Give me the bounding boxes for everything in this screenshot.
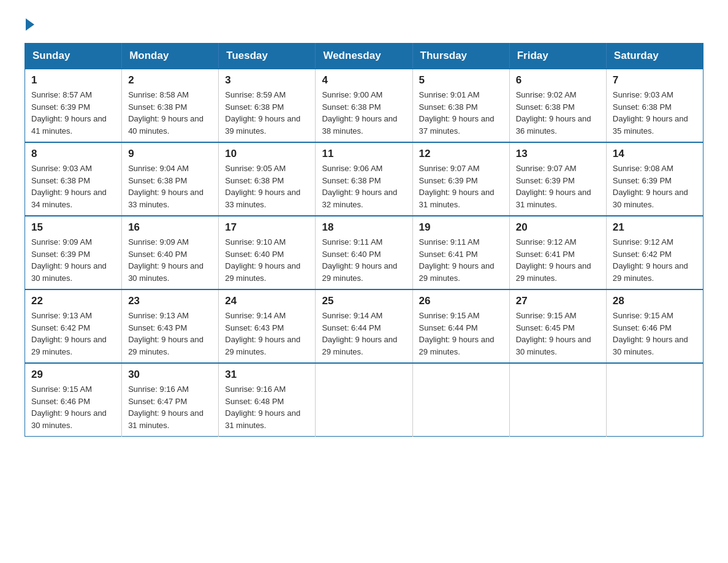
day-number: 20 xyxy=(516,221,600,234)
calendar-cell: 12 Sunrise: 9:07 AMSunset: 6:39 PMDaylig… xyxy=(412,142,509,216)
day-number: 29 xyxy=(31,369,115,381)
calendar-cell xyxy=(412,363,509,437)
calendar-cell: 18 Sunrise: 9:11 AMSunset: 6:40 PMDaylig… xyxy=(316,216,412,289)
day-number: 3 xyxy=(225,74,309,86)
calendar-cell: 5 Sunrise: 9:01 AMSunset: 6:38 PMDayligh… xyxy=(412,69,509,142)
calendar-cell: 20 Sunrise: 9:12 AMSunset: 6:41 PMDaylig… xyxy=(509,216,606,289)
day-info: Sunrise: 9:16 AMSunset: 6:48 PMDaylight:… xyxy=(225,385,300,430)
calendar-cell: 17 Sunrise: 9:10 AMSunset: 6:40 PMDaylig… xyxy=(219,216,316,289)
day-info: Sunrise: 9:12 AMSunset: 6:41 PMDaylight:… xyxy=(516,237,591,283)
calendar-cell: 10 Sunrise: 9:05 AMSunset: 6:38 PMDaylig… xyxy=(219,142,316,216)
calendar-cell: 3 Sunrise: 8:59 AMSunset: 6:38 PMDayligh… xyxy=(219,69,316,142)
day-info: Sunrise: 9:02 AMSunset: 6:38 PMDaylight:… xyxy=(516,90,591,136)
calendar-cell: 14 Sunrise: 9:08 AMSunset: 6:39 PMDaylig… xyxy=(606,142,703,216)
calendar-week-1: 1 Sunrise: 8:57 AMSunset: 6:39 PMDayligh… xyxy=(25,69,703,142)
calendar-cell: 24 Sunrise: 9:14 AMSunset: 6:43 PMDaylig… xyxy=(219,289,316,363)
day-number: 28 xyxy=(613,295,697,307)
day-number: 21 xyxy=(613,221,697,234)
day-number: 13 xyxy=(516,148,600,160)
day-info: Sunrise: 9:14 AMSunset: 6:44 PMDaylight:… xyxy=(322,311,397,356)
logo xyxy=(25,18,36,31)
day-of-week-tuesday: Tuesday xyxy=(219,44,316,69)
calendar-cell: 21 Sunrise: 9:12 AMSunset: 6:42 PMDaylig… xyxy=(606,216,703,289)
day-info: Sunrise: 9:06 AMSunset: 6:38 PMDaylight:… xyxy=(322,164,397,209)
day-info: Sunrise: 9:10 AMSunset: 6:40 PMDaylight:… xyxy=(225,237,300,283)
day-number: 12 xyxy=(419,148,503,160)
day-of-week-sunday: Sunday xyxy=(25,44,122,69)
day-info: Sunrise: 9:04 AMSunset: 6:38 PMDaylight:… xyxy=(128,164,203,209)
day-of-week-wednesday: Wednesday xyxy=(316,44,412,69)
day-info: Sunrise: 9:11 AMSunset: 6:41 PMDaylight:… xyxy=(419,237,495,283)
calendar-cell xyxy=(509,363,606,437)
calendar-cell: 28 Sunrise: 9:15 AMSunset: 6:46 PMDaylig… xyxy=(606,289,703,363)
calendar-cell: 8 Sunrise: 9:03 AMSunset: 6:38 PMDayligh… xyxy=(25,142,122,216)
day-info: Sunrise: 9:03 AMSunset: 6:38 PMDaylight:… xyxy=(31,164,107,209)
day-info: Sunrise: 9:09 AMSunset: 6:40 PMDaylight:… xyxy=(128,237,203,283)
day-info: Sunrise: 9:15 AMSunset: 6:46 PMDaylight:… xyxy=(31,385,107,430)
calendar-week-2: 8 Sunrise: 9:03 AMSunset: 6:38 PMDayligh… xyxy=(25,142,703,216)
calendar-cell: 31 Sunrise: 9:16 AMSunset: 6:48 PMDaylig… xyxy=(219,363,316,437)
day-info: Sunrise: 8:59 AMSunset: 6:38 PMDaylight:… xyxy=(225,90,300,136)
calendar-cell: 11 Sunrise: 9:06 AMSunset: 6:38 PMDaylig… xyxy=(316,142,412,216)
calendar-body: 1 Sunrise: 8:57 AMSunset: 6:39 PMDayligh… xyxy=(25,69,703,437)
calendar-cell: 15 Sunrise: 9:09 AMSunset: 6:39 PMDaylig… xyxy=(25,216,122,289)
calendar-table: SundayMondayTuesdayWednesdayThursdayFrid… xyxy=(25,43,703,437)
calendar-cell: 16 Sunrise: 9:09 AMSunset: 6:40 PMDaylig… xyxy=(122,216,219,289)
day-info: Sunrise: 9:13 AMSunset: 6:42 PMDaylight:… xyxy=(31,311,107,356)
day-of-week-saturday: Saturday xyxy=(606,44,703,69)
day-number: 15 xyxy=(31,221,115,234)
day-number: 4 xyxy=(322,74,406,86)
day-number: 8 xyxy=(31,148,115,160)
day-number: 25 xyxy=(322,295,406,307)
calendar-cell: 4 Sunrise: 9:00 AMSunset: 6:38 PMDayligh… xyxy=(316,69,412,142)
day-number: 23 xyxy=(128,295,212,307)
day-info: Sunrise: 9:08 AMSunset: 6:39 PMDaylight:… xyxy=(613,164,688,209)
calendar-cell: 6 Sunrise: 9:02 AMSunset: 6:38 PMDayligh… xyxy=(509,69,606,142)
day-info: Sunrise: 9:03 AMSunset: 6:38 PMDaylight:… xyxy=(613,90,688,136)
day-number: 9 xyxy=(128,148,212,160)
calendar-cell: 27 Sunrise: 9:15 AMSunset: 6:45 PMDaylig… xyxy=(509,289,606,363)
day-number: 11 xyxy=(322,148,406,160)
day-number: 10 xyxy=(225,148,309,160)
day-info: Sunrise: 9:07 AMSunset: 6:39 PMDaylight:… xyxy=(419,164,495,209)
day-number: 6 xyxy=(516,74,600,86)
day-number: 24 xyxy=(225,295,309,307)
calendar-cell: 25 Sunrise: 9:14 AMSunset: 6:44 PMDaylig… xyxy=(316,289,412,363)
day-number: 27 xyxy=(516,295,600,307)
day-info: Sunrise: 9:15 AMSunset: 6:44 PMDaylight:… xyxy=(419,311,495,356)
calendar-cell: 13 Sunrise: 9:07 AMSunset: 6:39 PMDaylig… xyxy=(509,142,606,216)
day-number: 17 xyxy=(225,221,309,234)
day-of-week-monday: Monday xyxy=(122,44,219,69)
days-of-week-row: SundayMondayTuesdayWednesdayThursdayFrid… xyxy=(25,44,703,69)
day-number: 1 xyxy=(31,74,115,86)
day-info: Sunrise: 9:11 AMSunset: 6:40 PMDaylight:… xyxy=(322,237,397,283)
calendar-week-3: 15 Sunrise: 9:09 AMSunset: 6:39 PMDaylig… xyxy=(25,216,703,289)
day-number: 14 xyxy=(613,148,697,160)
day-number: 22 xyxy=(31,295,115,307)
day-info: Sunrise: 9:00 AMSunset: 6:38 PMDaylight:… xyxy=(322,90,397,136)
day-info: Sunrise: 8:58 AMSunset: 6:38 PMDaylight:… xyxy=(128,90,203,136)
day-info: Sunrise: 9:16 AMSunset: 6:47 PMDaylight:… xyxy=(128,385,203,430)
day-info: Sunrise: 9:09 AMSunset: 6:39 PMDaylight:… xyxy=(31,237,107,283)
day-info: Sunrise: 9:15 AMSunset: 6:46 PMDaylight:… xyxy=(613,311,688,356)
day-info: Sunrise: 9:13 AMSunset: 6:43 PMDaylight:… xyxy=(128,311,203,356)
day-info: Sunrise: 9:05 AMSunset: 6:38 PMDaylight:… xyxy=(225,164,300,209)
day-of-week-thursday: Thursday xyxy=(412,44,509,69)
calendar-cell: 23 Sunrise: 9:13 AMSunset: 6:43 PMDaylig… xyxy=(122,289,219,363)
day-info: Sunrise: 9:01 AMSunset: 6:38 PMDaylight:… xyxy=(419,90,495,136)
page-header xyxy=(25,18,703,31)
day-number: 5 xyxy=(419,74,503,86)
day-number: 2 xyxy=(128,74,212,86)
day-number: 31 xyxy=(225,369,309,381)
calendar-cell: 29 Sunrise: 9:15 AMSunset: 6:46 PMDaylig… xyxy=(25,363,122,437)
calendar-cell: 9 Sunrise: 9:04 AMSunset: 6:38 PMDayligh… xyxy=(122,142,219,216)
calendar-header: SundayMondayTuesdayWednesdayThursdayFrid… xyxy=(25,44,703,69)
day-info: Sunrise: 9:07 AMSunset: 6:39 PMDaylight:… xyxy=(516,164,591,209)
calendar-cell xyxy=(316,363,412,437)
calendar-cell: 2 Sunrise: 8:58 AMSunset: 6:38 PMDayligh… xyxy=(122,69,219,142)
day-number: 7 xyxy=(613,74,697,86)
day-info: Sunrise: 9:14 AMSunset: 6:43 PMDaylight:… xyxy=(225,311,300,356)
calendar-week-5: 29 Sunrise: 9:15 AMSunset: 6:46 PMDaylig… xyxy=(25,363,703,437)
day-info: Sunrise: 9:15 AMSunset: 6:45 PMDaylight:… xyxy=(516,311,591,356)
day-info: Sunrise: 9:12 AMSunset: 6:42 PMDaylight:… xyxy=(613,237,688,283)
